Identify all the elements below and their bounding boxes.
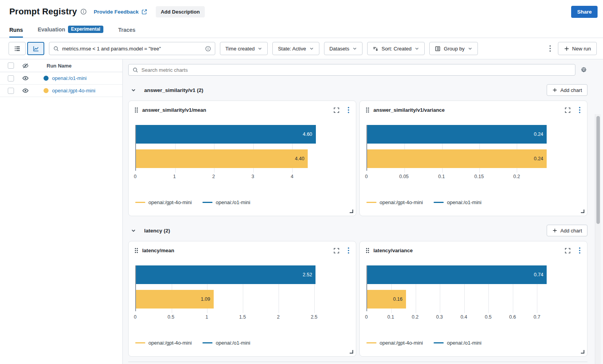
scrollbar-track[interactable] [595, 114, 601, 364]
state-filter-label: State: Active [278, 46, 306, 52]
chart-menu-kebab-icon[interactable] [579, 107, 580, 113]
legend-item[interactable]: openai:/o1-mini [202, 199, 250, 205]
new-run-button[interactable]: New run [558, 42, 597, 55]
axis-tick-label: 0 [134, 314, 137, 320]
runs-table-body: openai:/o1-mini openai:/gpt-4o-mini [0, 72, 122, 97]
legend-swatch [202, 342, 213, 343]
sort-dropdown[interactable]: Sort: Created [367, 42, 425, 55]
legend-item[interactable]: openai:/o1-mini [434, 340, 481, 346]
run-name-link[interactable]: openai:/gpt-4o-mini [52, 88, 95, 94]
datasets-dropdown[interactable]: Datasets [324, 42, 362, 55]
group-by-icon [435, 46, 441, 52]
chart-view-button[interactable] [27, 42, 44, 55]
tab-traces[interactable]: Traces [118, 24, 135, 38]
chart-title: latency/mean [142, 248, 174, 253]
chart-cards-grid: latency/mean 2.521.09 00.511.522.5 opena… [128, 241, 587, 357]
share-button[interactable]: Share [571, 6, 598, 18]
chart-bar: 1.09 [136, 290, 214, 309]
resize-handle[interactable] [350, 350, 353, 354]
runs-table-header: Run Name [0, 59, 122, 72]
axis-tick-label: 0.7 [533, 314, 540, 320]
chart-bar: 0.24 [367, 125, 547, 144]
chart-menu-kebab-icon[interactable] [348, 247, 349, 254]
chart-card-header: answer_similarity/v1/mean [129, 101, 356, 113]
legend-item[interactable]: openai:/gpt-4o-mini [366, 340, 423, 346]
tab-runs[interactable]: Runs [9, 24, 23, 38]
tab-evaluation[interactable]: Evaluation Experimental [38, 23, 103, 38]
visibility-eye-icon[interactable] [22, 75, 29, 82]
legend-item[interactable]: openai:/gpt-4o-mini [135, 340, 192, 346]
provide-feedback-label: Provide Feedback [94, 9, 139, 15]
scrollbar-thumb[interactable] [596, 116, 600, 224]
add-chart-button[interactable]: Add chart [547, 84, 587, 96]
provide-feedback-link[interactable]: Provide Feedback [94, 9, 147, 15]
section-chevron-down-icon[interactable] [131, 88, 136, 93]
info-icon[interactable] [80, 9, 87, 15]
legend-item[interactable]: openai:/o1-mini [434, 199, 481, 205]
axis-tick-label: 0.5 [485, 314, 491, 320]
drag-handle-icon[interactable] [366, 248, 369, 253]
axis-tick-label: 0.1 [438, 174, 445, 179]
run-checkbox[interactable] [8, 75, 14, 81]
overflow-menu-icon[interactable] [547, 43, 553, 54]
legend-swatch [366, 202, 376, 203]
add-description-button[interactable]: Add Description [156, 6, 205, 17]
resize-handle[interactable] [581, 210, 584, 213]
chart-card: answer_similarity/v1/mean 4.604.40 01234… [128, 101, 356, 216]
visibility-off-icon[interactable] [22, 62, 29, 69]
chart-section: latency (2) Add chart latency/mean [128, 225, 587, 357]
select-all-checkbox[interactable] [8, 62, 14, 69]
plot: 0.740.16 [366, 265, 579, 311]
plot-area: 0.740.16 00.10.20.30.40.50.60.7 [366, 265, 579, 322]
add-chart-button[interactable]: Add chart [547, 225, 587, 236]
main-content: Run Name openai:/o1-mini openai:/gpt-4o-… [0, 59, 603, 364]
group-by-dropdown[interactable]: Group by [429, 42, 478, 55]
visibility-eye-icon[interactable] [22, 87, 29, 94]
expand-icon[interactable] [333, 248, 340, 254]
chart-card: answer_similarity/v1/variance 0.240.24 0… [359, 101, 587, 216]
resize-handle[interactable] [581, 350, 584, 354]
expand-icon[interactable] [565, 248, 571, 254]
x-axis-ticks: 01234 [135, 173, 347, 182]
chart-icon [33, 45, 39, 52]
plot: 2.521.09 [135, 265, 347, 311]
run-color-dot [44, 76, 49, 81]
resize-handle[interactable] [350, 210, 353, 213]
drag-handle-icon[interactable] [366, 107, 369, 113]
drag-handle-icon[interactable] [134, 248, 138, 253]
run-checkbox[interactable] [8, 88, 14, 94]
metric-charts-search-input[interactable] [141, 67, 571, 73]
chart-menu-kebab-icon[interactable] [579, 247, 580, 254]
chevron-down-icon [468, 46, 472, 51]
run-name-link[interactable]: openai:/o1-mini [52, 75, 87, 81]
chevron-down-icon [258, 46, 262, 51]
axis-tick-label: 0.2 [412, 314, 418, 320]
legend-item[interactable]: openai:/gpt-4o-mini [366, 199, 423, 205]
legend-swatch [135, 202, 145, 203]
expand-icon[interactable] [565, 107, 571, 113]
metric-search-row [128, 64, 587, 76]
plot-area: 4.604.40 01234 [135, 125, 347, 182]
legend-label: openai:/gpt-4o-mini [148, 199, 192, 205]
axis-tick-label: 2.5 [311, 314, 317, 320]
axis-tick-label: 0.1 [387, 314, 394, 320]
search-info-icon[interactable] [205, 46, 211, 52]
axis-tick-label: 1 [173, 174, 176, 179]
runs-search-input[interactable] [62, 46, 202, 52]
expand-icon[interactable] [333, 107, 340, 113]
legend-swatch [135, 342, 145, 343]
list-view-button[interactable] [9, 42, 26, 55]
datasets-label: Datasets [329, 46, 349, 52]
time-created-dropdown[interactable]: Time created [220, 42, 268, 55]
section-chevron-down-icon[interactable] [131, 228, 136, 233]
drag-handle-icon[interactable] [134, 107, 138, 113]
legend-item[interactable]: openai:/o1-mini [202, 340, 250, 346]
state-filter-dropdown[interactable]: State: Active [272, 42, 319, 55]
settings-gear-icon[interactable] [580, 66, 587, 74]
legend-item[interactable]: openai:/gpt-4o-mini [135, 199, 192, 205]
axis-tick-label: 0.3 [436, 314, 443, 320]
legend-label: openai:/o1-mini [216, 340, 250, 346]
chart-menu-kebab-icon[interactable] [348, 107, 349, 113]
search-icon [53, 46, 59, 52]
search-icon [132, 67, 138, 73]
